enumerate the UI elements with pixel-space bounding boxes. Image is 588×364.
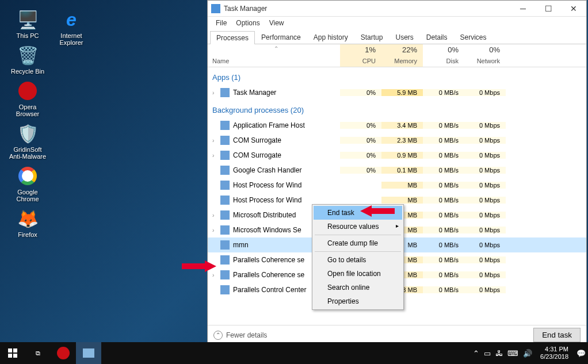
menu-view[interactable]: View	[265, 18, 289, 28]
menubar: File Options View	[208, 17, 586, 29]
col-header-disk[interactable]: 0%Disk	[423, 44, 464, 67]
end-task-button[interactable]: End task	[533, 328, 581, 342]
tray-battery-icon[interactable]: ▭	[484, 349, 491, 358]
context-properties[interactable]: Properties	[314, 294, 402, 308]
svg-marker-1	[182, 260, 216, 272]
process-row[interactable]: Google Crash Handler0%0.1 MB0 MB/s0 Mbps	[208, 163, 586, 178]
context-open-location[interactable]: Open file location	[314, 267, 402, 281]
desktop-icon-gridinsoft[interactable]: 🛡️ GridinSoft Anti-Malware	[7, 122, 48, 160]
network-cell: 0 Mbps	[464, 212, 506, 219]
start-button[interactable]	[0, 342, 25, 364]
col-header-memory[interactable]: 22%Memory	[381, 44, 423, 67]
svg-rect-3	[13, 348, 17, 352]
context-search-online[interactable]: Search online	[314, 281, 402, 294]
tab-strip: Processes Performance App history Startu…	[208, 29, 586, 44]
col-header-label: Disk	[423, 58, 459, 64]
tab-app-history[interactable]: App history	[307, 30, 354, 44]
desktop-icon-this-pc[interactable]: 🖥️ This PC	[7, 8, 48, 39]
process-row[interactable]: Host Process for WindMB0 MB/s0 Mbps	[208, 178, 586, 193]
disk-cell: 0 MB/s	[423, 271, 464, 278]
col-header-network[interactable]: 0%Network	[464, 44, 506, 67]
action-center-icon[interactable]: 💬	[576, 349, 586, 358]
monitor-icon: 🖥️	[16, 8, 39, 31]
desktop-icon-firefox[interactable]: 🦊 Firefox	[7, 207, 48, 238]
tray-chevron-up-icon[interactable]: ⌃	[473, 349, 479, 358]
context-create-dump[interactable]: Create dump file	[314, 236, 402, 250]
titlebar[interactable]: Task Manager ─ ☐ ✕	[208, 1, 586, 17]
desktop-icon-label: GridinSoft Anti-Malware	[7, 146, 48, 160]
col-header-label: Memory	[381, 58, 417, 64]
system-tray: ⌃ ▭ 🖧 ⌨ 🔊 4:31 PM 6/23/2018 💬	[473, 342, 588, 364]
taskbar-clock[interactable]: 4:31 PM 6/23/2018	[537, 346, 572, 361]
network-pct: 0%	[464, 45, 500, 54]
tab-processes[interactable]: Processes	[210, 31, 255, 44]
close-button[interactable]: ✕	[561, 1, 586, 17]
tray-volume-icon[interactable]: 🔊	[523, 349, 532, 358]
desktop-icon-opera[interactable]: Opera Browser	[7, 79, 48, 117]
disk-cell: 0 MB/s	[423, 242, 464, 248]
taskbar: ⧉ ⌃ ▭ 🖧 ⌨ 🔊 4:31 PM 6/23/2018 💬	[0, 342, 588, 364]
expand-chevron-icon[interactable]: ›	[212, 212, 220, 219]
process-row[interactable]: ›Task Manager0%5.9 MB0 MB/s0 Mbps	[208, 85, 586, 100]
desktop-icon-chrome[interactable]: Google Chrome	[7, 164, 48, 202]
maximize-button[interactable]: ☐	[536, 1, 561, 17]
network-cell: 0 Mbps	[464, 167, 506, 174]
opera-icon	[57, 347, 70, 359]
tray-network-icon[interactable]: 🖧	[495, 349, 503, 358]
context-resource-values[interactable]: Resource values▸	[314, 220, 402, 233]
opera-icon	[16, 79, 39, 102]
desktop-icon-label: Internet Explorer	[51, 32, 92, 46]
process-name: Microsoft Distributed	[233, 211, 296, 219]
expand-chevron-icon[interactable]: ›	[212, 90, 220, 96]
tab-users[interactable]: Users	[389, 30, 419, 44]
taskbar-app-opera[interactable]	[51, 342, 76, 364]
red-arrow-annotation	[182, 259, 216, 273]
cpu-pct: 1%	[340, 45, 376, 54]
process-row[interactable]: ›COM Surrogate0%0.9 MB0 MB/s0 Mbps	[208, 148, 586, 163]
process-name: Microsoft Windows Se	[233, 226, 301, 234]
sort-arrow-icon: ⌃	[274, 45, 278, 52]
desktop-icon-ie[interactable]: e Internet Explorer	[51, 8, 92, 46]
expand-chevron-icon[interactable]: ›	[212, 227, 220, 233]
desktop-icon-label: Firefox	[18, 231, 37, 238]
process-name-cell: Google Crash Handler	[208, 166, 340, 175]
disk-cell: 0 MB/s	[423, 286, 464, 293]
process-row[interactable]: Application Frame Host0%3.4 MB0 MB/s0 Mb…	[208, 118, 586, 133]
menu-options[interactable]: Options	[231, 18, 264, 28]
context-go-details[interactable]: Go to details	[314, 253, 402, 267]
expand-chevron-icon[interactable]: ›	[212, 152, 220, 159]
memory-cell: MB	[381, 182, 423, 189]
tab-services[interactable]: Services	[454, 30, 493, 44]
desktop-icon-recycle-bin[interactable]: 🗑️ Recycle Bin	[7, 44, 48, 75]
process-row[interactable]: ›COM Surrogate0%2.3 MB0 MB/s0 Mbps	[208, 133, 586, 148]
menu-file[interactable]: File	[211, 18, 231, 28]
minimize-button[interactable]: ─	[510, 1, 536, 17]
network-cell: 0 Mbps	[464, 286, 506, 293]
svg-rect-4	[8, 354, 12, 358]
task-view-button[interactable]: ⧉	[25, 342, 51, 364]
col-header-name[interactable]: ⌃ Name	[208, 44, 340, 67]
separator	[315, 251, 401, 252]
process-name: COM Surrogate	[233, 151, 281, 159]
fewer-details-toggle[interactable]: ⌃ Fewer details	[213, 331, 533, 340]
taskbar-app-task-manager[interactable]	[76, 342, 101, 364]
process-icon	[220, 225, 230, 235]
tab-startup[interactable]: Startup	[354, 30, 390, 44]
shield-icon: 🛡️	[16, 122, 39, 145]
context-item-label: Resource values	[327, 223, 379, 231]
recycle-bin-icon: 🗑️	[16, 44, 39, 67]
memory-cell: 0.9 MB	[381, 152, 423, 159]
task-manager-icon	[211, 4, 220, 13]
tray-input-icon[interactable]: ⌨	[507, 349, 518, 358]
col-header-cpu[interactable]: 1%CPU	[340, 44, 381, 67]
tab-performance[interactable]: Performance	[255, 30, 307, 44]
memory-cell: 0.1 MB	[381, 167, 423, 174]
col-header-label: Network	[464, 58, 500, 64]
tab-details[interactable]: Details	[420, 30, 454, 44]
expand-chevron-icon[interactable]: ›	[212, 137, 220, 144]
process-name-cell: Host Process for Wind	[208, 196, 340, 205]
taskbar-left: ⧉	[0, 342, 101, 364]
process-name-cell: ›COM Surrogate	[208, 151, 340, 160]
process-name: Parallels Coherence se	[233, 271, 304, 279]
process-name: Task Manager	[233, 89, 276, 97]
